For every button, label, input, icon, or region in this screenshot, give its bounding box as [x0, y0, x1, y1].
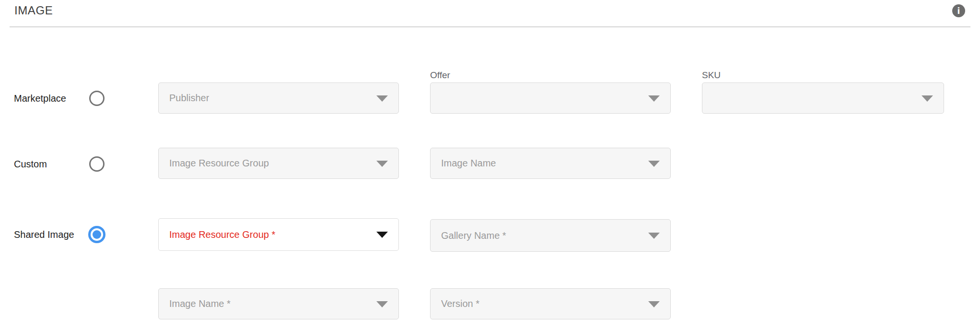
custom-image-name-dropdown[interactable]: Image Name — [430, 148, 671, 179]
chevron-down-icon — [648, 301, 660, 307]
version-dropdown[interactable]: Version * — [430, 288, 671, 319]
chevron-down-icon — [376, 95, 388, 102]
sku-dropdown[interactable] — [702, 82, 944, 114]
chevron-down-icon — [376, 301, 388, 307]
info-icon-glyph: i — [957, 6, 960, 16]
gallery-name-placeholder: Gallery Name * — [441, 230, 506, 241]
marketplace-radio[interactable] — [89, 91, 105, 106]
custom-radio[interactable] — [89, 156, 105, 172]
sku-label: SKU — [702, 70, 721, 81]
info-icon[interactable]: i — [952, 4, 965, 17]
custom-image-name-placeholder: Image Name — [441, 158, 496, 169]
shared-image-name-dropdown[interactable]: Image Name * — [158, 288, 399, 319]
shared-image-resource-group-placeholder: Image Resource Group * — [169, 229, 275, 240]
shared-image-radio-label: Shared Image — [14, 229, 74, 240]
custom-radio-label: Custom — [14, 158, 47, 170]
chevron-down-icon — [922, 95, 933, 102]
version-placeholder: Version * — [441, 298, 479, 309]
custom-image-resource-group-dropdown[interactable]: Image Resource Group — [158, 148, 399, 179]
image-section: IMAGE i Marketplace Publisher Offer SKU … — [0, 0, 980, 329]
publisher-dropdown-placeholder: Publisher — [169, 93, 209, 104]
publisher-dropdown[interactable]: Publisher — [158, 82, 399, 114]
chevron-down-icon — [376, 232, 388, 238]
offer-label: Offer — [430, 70, 450, 81]
shared-image-resource-group-dropdown[interactable]: Image Resource Group * — [158, 218, 399, 251]
chevron-down-icon — [648, 95, 660, 102]
section-divider — [10, 26, 970, 27]
chevron-down-icon — [648, 233, 660, 239]
section-title: IMAGE — [14, 4, 53, 17]
chevron-down-icon — [648, 161, 660, 167]
marketplace-radio-label: Marketplace — [14, 93, 66, 104]
shared-image-radio[interactable] — [88, 226, 105, 243]
custom-image-resource-group-placeholder: Image Resource Group — [169, 158, 269, 169]
offer-dropdown[interactable] — [430, 82, 671, 114]
gallery-name-dropdown[interactable]: Gallery Name * — [430, 219, 671, 252]
shared-image-name-placeholder: Image Name * — [169, 298, 231, 309]
chevron-down-icon — [376, 161, 388, 167]
